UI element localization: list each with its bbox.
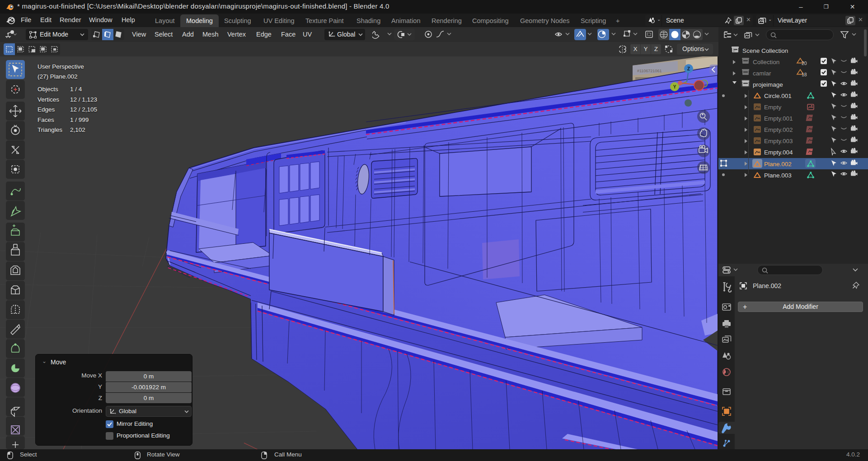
svg-text:Empty.003: Empty.003	[764, 138, 793, 144]
svg-text:Scene Collection: Scene Collection	[742, 47, 788, 54]
svg-text:18: 18	[802, 72, 807, 77]
svg-text:Empty.002: Empty.002	[764, 126, 793, 133]
svg-text:#1106721061: #1106721061	[637, 69, 662, 73]
svg-text:Empty.001: Empty.001	[764, 115, 793, 122]
svg-text:Empty.004: Empty.004	[764, 149, 793, 156]
svg-text:Empty: Empty	[764, 104, 782, 111]
svg-text:camlar: camlar	[753, 70, 771, 77]
svg-text:Plane.002: Plane.002	[764, 161, 792, 168]
svg-text:Circle.001: Circle.001	[764, 93, 792, 99]
svg-text:Z: Z	[687, 66, 690, 71]
svg-text:20: 20	[802, 61, 807, 66]
svg-text:Y: Y	[673, 84, 676, 89]
svg-text:Plane.003: Plane.003	[764, 172, 792, 179]
svg-text:projeimage: projeimage	[753, 81, 783, 88]
svg-text:Collection: Collection	[753, 59, 779, 65]
